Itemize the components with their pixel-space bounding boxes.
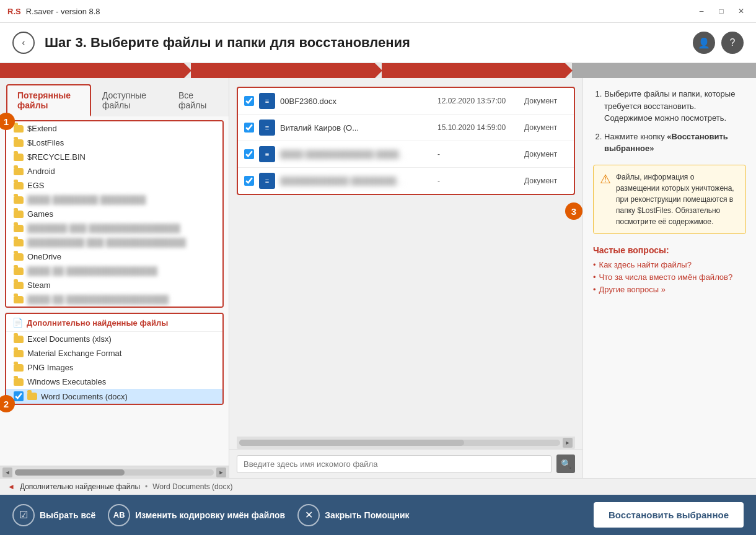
breadcrumb: ◄ Дополнительно найденные файлы • Word D…: [0, 478, 756, 495]
info-list: Выберите файлы и папки, которые требуетс…: [593, 88, 746, 155]
file-name-3: ████ ████████████ ████...: [280, 150, 437, 159]
encoding-icon: AB: [108, 504, 130, 526]
list-item-exe[interactable]: Windows Executables: [6, 375, 222, 389]
list-item[interactable]: EGS: [6, 178, 222, 193]
folder-icon: [14, 268, 24, 275]
file-date-1: 12.02.2020 13:57:00: [437, 97, 524, 105]
list-item[interactable]: ████ ██ ████████████████: [6, 264, 222, 278]
info-step2: Нажмите кнопку «Восстановить выбранное»: [604, 131, 746, 155]
search-input[interactable]: [237, 455, 552, 473]
folder-icon: [14, 168, 24, 175]
file-checkbox-1[interactable]: [244, 96, 254, 106]
info-panel: Выберите файлы и папки, которые требуетс…: [582, 78, 756, 478]
file-checkbox-3[interactable]: [244, 149, 254, 159]
file-list-item[interactable]: ████████████ ████████... - Документ: [238, 168, 574, 194]
list-item[interactable]: $LostFiles: [6, 136, 222, 150]
close-button[interactable]: ✕: [734, 4, 749, 19]
app-title: R.saver - version 8.8: [26, 7, 694, 16]
scroll-right-button[interactable]: ►: [216, 468, 226, 477]
list-item-mxf[interactable]: Material Exchange Format: [6, 346, 222, 360]
warning-box: ⚠ Файлы, информация о размещении которых…: [593, 165, 746, 234]
scroll-left-button[interactable]: ◄: [2, 468, 12, 477]
list-item[interactable]: $Extend: [6, 121, 222, 136]
faq-link-2[interactable]: • Что за числа вместо имён файлов?: [593, 272, 746, 282]
file-list-area: 3 00BF2360.docx 12.02.2020 13:57:00 Доку…: [229, 78, 582, 437]
additional-files-section: 📄 Дополнительно найденные файлы Excel Do…: [5, 313, 224, 405]
faq-link-3[interactable]: • Другие вопросы »: [593, 285, 746, 294]
list-item[interactable]: OneDrive: [6, 250, 222, 264]
file-type-4: Документ: [524, 176, 568, 185]
tab-all-files[interactable]: Все файлы: [167, 84, 222, 116]
file-date-4: -: [437, 176, 524, 185]
breadcrumb-separator: •: [145, 482, 147, 491]
doc-icon: [259, 173, 275, 189]
close-wizard-button[interactable]: ✕ Закрыть Помощник: [297, 504, 409, 526]
warning-icon: ⚠: [600, 172, 611, 186]
file-checkbox-2[interactable]: [244, 123, 254, 133]
list-item-png[interactable]: PNG Images: [6, 360, 222, 375]
help-icon[interactable]: ?: [721, 32, 744, 54]
docx-checkbox[interactable]: [14, 391, 24, 401]
folder-icon: [14, 139, 24, 147]
faq-link-1[interactable]: • Как здесь найти файлы?: [593, 260, 746, 269]
list-item-docx[interactable]: Word Documents (docx): [6, 389, 222, 404]
search-button[interactable]: 🔍: [556, 455, 575, 473]
file-list-item[interactable]: Виталий Каиров (О... 15.10.2020 14:59:00…: [238, 115, 574, 141]
scroll-thumb[interactable]: [15, 469, 125, 476]
change-encoding-button[interactable]: AB Изменить кодировку имён файлов: [108, 504, 285, 526]
file-list-item[interactable]: 00BF2360.docx 12.02.2020 13:57:00 Докуме…: [238, 88, 574, 115]
step2-badge: 2: [0, 395, 15, 412]
warning-text: Файлы, информация о размещении которых у…: [616, 172, 739, 227]
header: ‹ Шаг 3. Выберите файлы и папки для восс…: [0, 23, 756, 63]
file-tabs: Потерянные файлы Доступные файлы Все фай…: [0, 78, 229, 116]
list-item[interactable]: ████ ██ ██████████████████: [6, 292, 222, 307]
scroll-track[interactable]: [15, 469, 214, 476]
file-scroll-track[interactable]: [239, 440, 560, 446]
file-list-hscroll[interactable]: ►: [237, 437, 575, 449]
file-checkbox-4[interactable]: [244, 176, 254, 186]
folder-icon: [14, 253, 24, 261]
doc-icon: [259, 146, 275, 162]
header-icons: 👤 ?: [693, 32, 744, 54]
user-icon[interactable]: 👤: [693, 32, 715, 54]
titlebar: R.S R.saver - version 8.8 – □ ✕: [0, 0, 756, 23]
breadcrumb-current: Word Documents (docx): [152, 482, 232, 491]
folder-icon: [14, 282, 24, 289]
close-wizard-label: Закрыть Помощник: [325, 510, 409, 520]
progress-bar: [0, 63, 756, 78]
folder-icon: [14, 378, 24, 386]
faq-title: Частые вопросы:: [593, 245, 746, 255]
list-item-excel[interactable]: Excel Documents (xlsx): [6, 332, 222, 346]
list-item[interactable]: ████ ████████ ████████: [6, 193, 222, 207]
file-scroll-thumb[interactable]: [239, 440, 464, 446]
file-date-2: 15.10.2020 14:59:00: [437, 123, 524, 132]
file-type-3: Документ: [524, 150, 568, 159]
folder-icon: [14, 154, 24, 161]
horizontal-scrollbar[interactable]: ◄ ►: [0, 466, 229, 478]
list-item[interactable]: Games: [6, 207, 222, 221]
restore-button[interactable]: Восстановить выбранное: [594, 502, 744, 528]
minimize-button[interactable]: –: [694, 4, 709, 19]
file-list-item[interactable]: ████ ████████████ ████... - Документ: [238, 141, 574, 168]
folder-tree-section: $Extend $LostFiles $RECYCLE.BIN Android: [5, 120, 224, 308]
list-item[interactable]: Android: [6, 164, 222, 178]
folder-icon: [14, 125, 24, 133]
file-name-1: 00BF2360.docx: [280, 97, 437, 106]
file-scroll-right[interactable]: ►: [563, 438, 573, 448]
list-item[interactable]: $RECYCLE.BIN: [6, 150, 222, 164]
folder-icon: [14, 296, 24, 303]
list-item[interactable]: ██████████ ███ ██████████████: [6, 235, 222, 250]
folder-icon: [14, 350, 24, 357]
breadcrumb-section[interactable]: Дополнительно найденные файлы: [20, 482, 140, 491]
tab-lost-files[interactable]: Потерянные файлы: [6, 84, 91, 116]
select-all-button[interactable]: ☑ Выбрать всё: [12, 504, 95, 526]
search-area: 🔍: [229, 449, 582, 478]
file-type-1: Документ: [524, 97, 568, 105]
folder-icon: [14, 182, 24, 189]
maximize-button[interactable]: □: [714, 4, 729, 19]
list-item-steam[interactable]: Steam: [6, 278, 222, 292]
back-button[interactable]: ‹: [12, 32, 35, 54]
list-item[interactable]: ███████ ███ ████████████████: [6, 221, 222, 235]
tab-available-files[interactable]: Доступные файлы: [91, 84, 167, 116]
folder-icon: [14, 196, 24, 204]
